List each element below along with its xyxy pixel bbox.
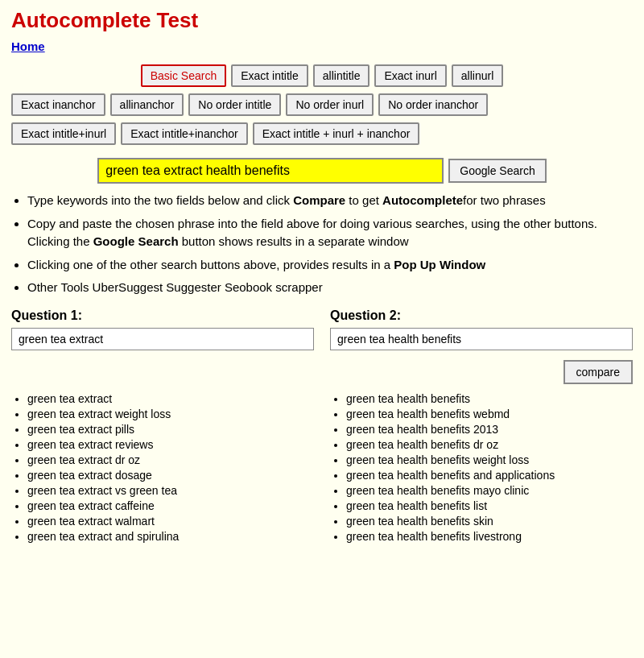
info-list: Type keywords into the two fields below …	[27, 192, 633, 297]
suggester-link[interactable]: Suggester	[166, 280, 221, 294]
results-col-1: green tea extractgreen tea extract weigh…	[11, 392, 314, 545]
list-item: green tea health benefits and applicatio…	[346, 469, 633, 482]
ubersuggest-link[interactable]: UberSuggest	[93, 280, 163, 294]
allinurl-btn[interactable]: allinurl	[452, 64, 503, 87]
list-item: green tea extract weight loss	[27, 408, 314, 420]
results-list-2: green tea health benefitsgreen tea healt…	[346, 392, 633, 543]
exact-intitle-btn[interactable]: Exact intitle	[231, 64, 308, 87]
page-title: Autocomplete Test	[11, 8, 633, 33]
info-line-1: Type keywords into the two fields below …	[27, 192, 633, 210]
basic-search-btn[interactable]: Basic Search	[141, 64, 226, 87]
info-line-4: Other Tools UberSuggest Suggester Seoboo…	[27, 279, 633, 297]
question-col-2: Question 2:	[330, 308, 633, 350]
home-link[interactable]: Home	[11, 39, 45, 53]
list-item: green tea extract walmart	[27, 515, 314, 528]
list-item: green tea health benefits livestrong	[346, 530, 633, 543]
main-search-input[interactable]	[97, 158, 444, 184]
google-search-button[interactable]: Google Search	[448, 159, 546, 183]
list-item: green tea extract caffeine	[27, 499, 314, 512]
questions-section: Question 1: Question 2:	[11, 308, 633, 350]
no-order-intitle-btn[interactable]: No order intitle	[188, 93, 281, 116]
list-item: green tea extract vs green tea	[27, 484, 314, 497]
list-item: green tea extract reviews	[27, 438, 314, 451]
compare-row: compare	[11, 360, 633, 384]
list-item: green tea health benefits 2013	[346, 423, 633, 436]
list-item: green tea health benefits weight loss	[346, 453, 633, 466]
exact-all-btn[interactable]: Exact intitle + inurl + inanchor	[253, 122, 420, 145]
question-1-input[interactable]	[11, 328, 314, 350]
seobook-link[interactable]: Seobook scrapper	[225, 280, 323, 294]
list-item: green tea extract pills	[27, 423, 314, 436]
question-2-input[interactable]	[330, 328, 633, 350]
list-item: green tea health benefits	[346, 392, 633, 405]
button-row-1: Basic SearchExact intitleallintitleExact…	[11, 64, 633, 87]
no-order-inanchor-btn[interactable]: No order inanchor	[378, 93, 488, 116]
results-section: green tea extractgreen tea extract weigh…	[11, 392, 633, 545]
list-item: green tea health benefits webmd	[346, 408, 633, 420]
question-2-label: Question 2:	[330, 308, 633, 323]
info-line-3: Clicking one of the other search buttons…	[27, 256, 633, 275]
button-row-2: Exact inanchorallinanchorNo order intitl…	[11, 93, 633, 116]
exact-intitle-inurl-btn[interactable]: Exact intitle+inurl	[11, 122, 116, 145]
question-1-label: Question 1:	[11, 308, 314, 323]
results-list-1: green tea extractgreen tea extract weigh…	[27, 392, 314, 543]
list-item: green tea extract dr oz	[27, 453, 314, 466]
list-item: green tea extract and spirulina	[27, 530, 314, 543]
question-col-1: Question 1:	[11, 308, 314, 350]
exact-inanchor-btn[interactable]: Exact inanchor	[11, 93, 105, 116]
exact-intitle-inanchor-btn[interactable]: Exact intitle+inanchor	[121, 122, 247, 145]
list-item: green tea extract dosage	[27, 469, 314, 482]
no-order-inurl-btn[interactable]: No order inurl	[286, 93, 374, 116]
list-item: green tea extract	[27, 392, 314, 405]
results-col-2: green tea health benefitsgreen tea healt…	[330, 392, 633, 545]
allintitle-btn[interactable]: allintitle	[313, 64, 370, 87]
list-item: green tea health benefits list	[346, 499, 633, 512]
list-item: green tea health benefits skin	[346, 515, 633, 528]
list-item: green tea health benefits mayo clinic	[346, 484, 633, 497]
allinanchor-btn[interactable]: allinanchor	[110, 93, 184, 116]
compare-button[interactable]: compare	[564, 360, 633, 384]
search-row: Google Search	[11, 158, 633, 184]
info-line-2: Copy and paste the chosen phrase into th…	[27, 215, 633, 251]
list-item: green tea health benefits dr oz	[346, 438, 633, 451]
button-row-3: Exact intitle+inurlExact intitle+inancho…	[11, 122, 633, 145]
exact-inurl-btn[interactable]: Exact inurl	[374, 64, 446, 87]
